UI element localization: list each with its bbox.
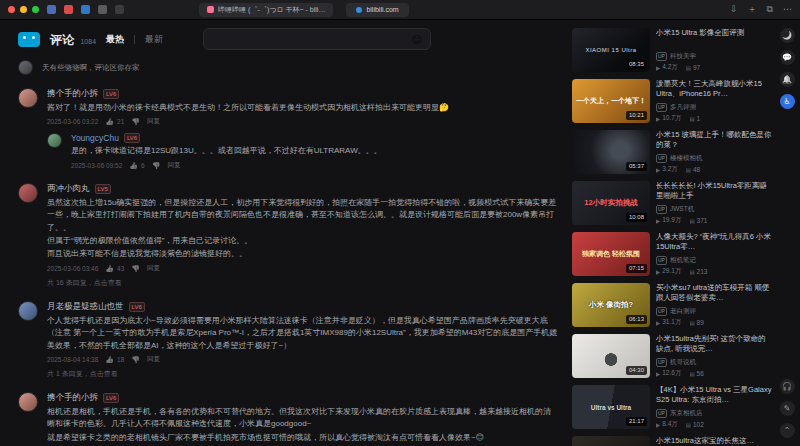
video-thumbnail[interactable]: 04:30 [572, 334, 650, 378]
notification-icon[interactable]: 🔔 [780, 72, 795, 87]
reply-date: 2025-03-06 09:52 [71, 162, 122, 169]
video-card[interactable]: 小米 像街拍? 06:13 买小米su7 ultra送的车模开箱 顺便跟人回答假… [572, 283, 772, 327]
danmaku-count: 97 [693, 64, 700, 71]
extension-icon[interactable] [81, 5, 90, 14]
video-title[interactable]: 泼墨莫大！三大高峰旗舰小米15 Ultra、iPhone16 Pr… [656, 79, 772, 99]
browser-tab[interactable]: 哔哩哔哩 (゜-゜)つロ 干杯~ - bili… [199, 3, 333, 17]
comment-input[interactable]: 😊 [203, 28, 431, 50]
uploader-name[interactable]: 科技美学 [670, 52, 696, 61]
dislike-icon[interactable]: 👎 [152, 162, 161, 169]
uploader-name[interactable]: 相机笔记 [670, 256, 696, 265]
duration-badge: 07:15 [626, 264, 647, 273]
uploader-name[interactable]: 楼楼模相机 [670, 154, 703, 163]
video-card[interactable]: 04:30 小米15ultra先别买! 这货个致命的缺点, 听我说完… UP机哥… [572, 334, 772, 378]
uploader-name[interactable]: 多凡评测 [670, 103, 696, 112]
video-thumbnail[interactable]: 一个天上，一个地下！ 10:21 [572, 79, 650, 123]
like-icon[interactable]: 👍 [105, 265, 114, 272]
danmaku-icon: ▤ [689, 269, 694, 275]
video-title[interactable]: 买小米su7 ultra送的车模开箱 顺便跟人回答假老婆卖… [656, 283, 772, 303]
avatar[interactable] [18, 301, 38, 321]
like-icon[interactable]: 👍 [105, 356, 114, 363]
up-icon: UP [656, 307, 667, 316]
comment-date: 2025-03-06 03:22 [47, 118, 98, 125]
video-card[interactable]: Ultra vs Ultra 21:17 【4K】小米15 Ultra vs 三… [572, 385, 772, 429]
like-icon[interactable]: 👍 [105, 118, 114, 125]
video-title[interactable]: 小米15ultra这家宝的长焦这… [656, 436, 772, 446]
comment-text: 虽然这次拍上增15u确实挺强的，但是操控还是人工，初步用下来觉得很到好的，拍照在… [47, 197, 558, 234]
play-count: 19.9万 [662, 216, 681, 225]
minimize-window-button[interactable] [20, 6, 27, 13]
video-card[interactable]: 独家调色 轻松氛围 07:15 人像大额头? “夜神”玩儿得真6 小米15Ult… [572, 232, 772, 276]
video-thumbnail[interactable]: ULTRA 05:02 [572, 436, 650, 446]
tab-overview-icon[interactable]: ⧉ [767, 5, 773, 14]
video-title[interactable]: 长长长长长! 小米15Ultra零距离噼里啪啦上手 [656, 181, 772, 201]
video-thumbnail[interactable]: 05:37 [572, 130, 650, 174]
like-icon[interactable]: 👍 [129, 162, 138, 169]
avatar[interactable] [18, 88, 38, 108]
extension-icon[interactable] [64, 5, 73, 14]
video-title[interactable]: 小米15 玻璃提上手！哪款配色是你的菜？ [656, 130, 772, 150]
video-thumbnail[interactable]: Ultra vs Ultra 21:17 [572, 385, 650, 429]
dark-mode-icon[interactable]: 🌙 [780, 28, 795, 43]
video-title[interactable]: 小米15ultra先别买! 这货个致命的缺点, 听我说完… [656, 334, 772, 354]
back-to-top-icon[interactable]: ⌃ [780, 423, 795, 438]
bilibili-logo[interactable] [18, 32, 40, 47]
video-title[interactable]: 小米15 Ultra 影像全面评测 [656, 28, 772, 38]
comment-author[interactable]: 携个手的小拆 [47, 392, 98, 404]
extension-icon[interactable] [115, 5, 124, 14]
like-count: 43 [117, 265, 124, 272]
tab-divider [134, 35, 135, 44]
reply-button[interactable]: 回复 [147, 264, 160, 273]
reply-author[interactable]: YoungcyChu [71, 133, 119, 143]
close-window-button[interactable] [8, 6, 15, 13]
dislike-icon[interactable]: 👎 [131, 356, 140, 363]
uploader-name[interactable]: 老白测评 [670, 307, 696, 316]
view-more-replies[interactable]: 共 1 条回复，点击查看 [47, 369, 558, 379]
extension-icon[interactable] [98, 5, 107, 14]
address-bar[interactable]: bilibili.com [346, 3, 408, 17]
video-title[interactable]: 【4K】小米15 Ultra vs 三星Galaxy S25 Ultra: 东京… [656, 385, 772, 405]
video-card[interactable]: 一个天上，一个地下！ 10:21 泼墨莫大！三大高峰旗舰小米15 Ultra、i… [572, 79, 772, 123]
avatar[interactable] [47, 133, 62, 148]
emoji-icon[interactable]: 😊 [412, 34, 422, 45]
uploader-name[interactable]: 机哥说机 [670, 358, 696, 367]
video-thumbnail[interactable]: XIAOMI 15 Ultra 08:35 [572, 28, 650, 72]
reply-button[interactable]: 回复 [147, 117, 160, 126]
reply-button[interactable]: 回复 [167, 161, 180, 170]
download-icon[interactable]: ⇩ [730, 5, 738, 14]
more-menu-icon[interactable]: ⋯ [783, 5, 792, 14]
dislike-icon[interactable]: 👎 [131, 265, 140, 272]
video-thumbnail[interactable]: 独家调色 轻松氛围 07:15 [572, 232, 650, 276]
feedback-icon[interactable]: ✎ [780, 401, 795, 416]
comment-author[interactable]: 携个手的小拆 [47, 88, 98, 100]
tab-new[interactable]: 最新 [145, 33, 163, 46]
uploader-name[interactable]: 东京相机店 [670, 409, 703, 418]
accessibility-icon[interactable]: ♿ [780, 94, 795, 109]
uploader-name[interactable]: JWST机 [670, 205, 694, 214]
danmaku-count: 48 [693, 166, 700, 173]
new-tab-icon[interactable]: ＋ [748, 5, 757, 14]
extension-icon[interactable] [47, 5, 56, 14]
customer-service-icon[interactable]: 🎧 [780, 379, 795, 394]
tab-hot[interactable]: 最热 [106, 33, 124, 46]
user-level-badge: LV6 [129, 302, 145, 312]
zoom-window-button[interactable] [32, 6, 39, 13]
video-card[interactable]: ULTRA 05:02 小米15ultra这家宝的长焦这… UP数码速递 ▶6.… [572, 436, 772, 446]
video-card[interactable]: 12小时实拍挑战 10:08 长长长长长! 小米15Ultra零距离噼里啪啦上手… [572, 181, 772, 225]
comment-author[interactable]: 月老极是疑惑山也世 [47, 301, 124, 313]
up-icon: UP [656, 409, 667, 418]
dislike-icon[interactable]: 👎 [131, 118, 140, 125]
video-card[interactable]: 05:37 小米15 玻璃提上手！哪款配色是你的菜？ UP楼楼模相机 ▶3.2万… [572, 130, 772, 174]
reply-button[interactable]: 回复 [147, 355, 160, 364]
avatar[interactable] [18, 392, 38, 412]
avatar[interactable] [18, 183, 38, 203]
video-thumbnail[interactable]: 12小时实拍挑战 10:08 [572, 181, 650, 225]
video-title[interactable]: 人像大额头? “夜神”玩儿得真6 小米15Ultra零… [656, 232, 772, 252]
message-icon[interactable]: 💬 [780, 50, 795, 65]
view-more-replies[interactable]: 共 16 条回复，点击查看 [47, 278, 558, 288]
comment-author[interactable]: 两冲小肉丸 [47, 183, 90, 195]
play-count-icon: ▶ [656, 65, 660, 71]
video-card[interactable]: XIAOMI 15 Ultra 08:35 小米15 Ultra 影像全面评测 … [572, 28, 772, 72]
avatar[interactable] [18, 60, 33, 75]
video-thumbnail[interactable]: 小米 像街拍? 06:13 [572, 283, 650, 327]
